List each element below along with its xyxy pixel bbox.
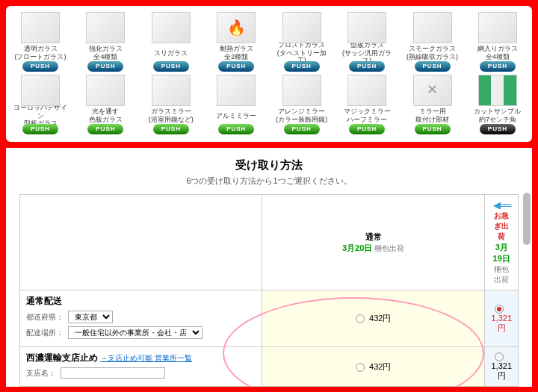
product-thumb (86, 75, 125, 106)
section-subtitle: 6つの受け取り方法から1つご選択ください。 (19, 175, 519, 187)
product-label: アレンジミラー(カラー装飾用鏡) (273, 108, 330, 124)
product-cell[interactable]: 強化ガラス全4種類PUSH (77, 12, 134, 72)
product-cell[interactable]: アレンジミラー(カラー装飾用鏡)PUSH (273, 75, 330, 134)
col-normal-header: 通常 3月20日 梱包出荷 (262, 195, 485, 290)
product-label: 型板ガラス(サッシ汎用ガラス) (338, 45, 395, 61)
col-express-header: ◀══お急ぎ出荷 3月19日 梱包出荷 (485, 195, 519, 290)
product-thumb (217, 12, 256, 43)
product-thumb (413, 12, 452, 43)
push-button[interactable]: PUSH (87, 124, 123, 134)
branch-list-link[interactable]: →支店止め可能 営業所一覧 (100, 354, 192, 362)
product-cell[interactable]: カットサンプル約7センチ角PUSH (469, 75, 526, 134)
product-thumb (86, 12, 125, 43)
push-button[interactable]: PUSH (480, 124, 516, 134)
product-thumb (413, 75, 452, 106)
product-cell[interactable]: ミラー用取付け部材PUSH (404, 75, 461, 134)
product-cell[interactable]: スリガラスPUSH (143, 12, 200, 72)
product-label: ヨーロッパデザイン型板ガラス (12, 108, 69, 124)
product-label: 透明ガラス(フロートガラス) (12, 45, 69, 61)
seino-price-express[interactable]: 1,321円 (485, 347, 519, 387)
product-cell[interactable]: マジックミラーハーフミラーPUSH (338, 75, 395, 134)
seino-price-normal[interactable]: 432円 (262, 347, 485, 387)
branch-input[interactable] (61, 367, 165, 379)
product-cell[interactable]: スモークガラス(熱線吸収ガラス)PUSH (404, 12, 461, 72)
product-thumb (478, 12, 517, 43)
delivery-table: 通常 3月20日 梱包出荷 ◀══お急ぎ出荷 3月19日 梱包出荷 通常配送 都… (19, 194, 519, 387)
product-cell[interactable]: 網入りガラス全4種類PUSH (469, 12, 526, 72)
push-button[interactable]: PUSH (153, 124, 189, 134)
product-label: マジックミラーハーフミラー (338, 108, 395, 124)
product-label: ガラスミラー(浴室用鏡など) (143, 108, 200, 124)
product-cell[interactable]: 耐熱ガラス全2種類PUSH (208, 12, 265, 72)
product-thumb (282, 12, 321, 43)
product-cell[interactable]: ガラスミラー(浴室用鏡など)PUSH (143, 75, 200, 134)
product-cell[interactable]: ヨーロッパデザイン型板ガラスPUSH (12, 75, 69, 134)
product-thumb (21, 12, 60, 43)
product-label: スリガラス (143, 45, 200, 61)
push-button[interactable]: PUSH (284, 124, 320, 134)
product-thumb (21, 75, 60, 106)
product-thumb (217, 75, 256, 106)
pref-select[interactable]: 東京都 (68, 311, 113, 323)
product-cell[interactable]: 光を通す色板ガラスPUSH (77, 75, 134, 134)
push-button[interactable]: PUSH (22, 124, 58, 134)
product-label: 耐熱ガラス全2種類 (208, 45, 265, 61)
product-thumb (152, 12, 191, 43)
row-normal-delivery: 通常配送 都道府県： 東京都 配達場所： 一般住宅以外の事業所・会社・店舗など … (20, 290, 519, 347)
normal-delivery-price-express[interactable]: 1,321円 (485, 290, 519, 347)
product-grid: 透明ガラス(フロートガラス)PUSH強化ガラス全4種類PUSHスリガラスPUSH… (6, 6, 532, 142)
product-label: スモークガラス(熱線吸収ガラス) (404, 45, 461, 61)
push-button[interactable]: PUSH (218, 124, 254, 134)
push-button[interactable]: PUSH (153, 61, 189, 72)
product-cell[interactable]: 透明ガラス(フロートガラス)PUSH (12, 12, 69, 72)
row-seino: 西濃運輸支店止め →支店止め可能 営業所一覧 支店名： 432円 1,321円 (20, 347, 519, 387)
product-label: ミラー用取付け部材 (404, 108, 461, 124)
product-thumb (347, 12, 386, 43)
push-button[interactable]: PUSH (415, 61, 451, 72)
product-label: フロストガラス(タペストリー加工) (273, 45, 330, 61)
push-button[interactable]: PUSH (480, 61, 516, 72)
scrollbar[interactable] (523, 193, 531, 245)
product-cell[interactable]: アルミミラーPUSH (208, 75, 265, 134)
product-thumb (347, 75, 386, 106)
section-title: 受け取り方法 (19, 158, 519, 172)
product-label: 網入りガラス全4種類 (469, 45, 526, 61)
product-label: 強化ガラス全4種類 (77, 45, 134, 61)
push-button[interactable]: PUSH (22, 61, 58, 72)
push-button[interactable]: PUSH (218, 61, 254, 72)
arrow-icon: ◀══ (493, 199, 510, 211)
push-button[interactable]: PUSH (87, 61, 123, 72)
product-label: 光を通す色板ガラス (77, 108, 134, 124)
product-label: アルミミラー (208, 108, 265, 124)
product-cell[interactable]: フロストガラス(タペストリー加工)PUSH (273, 12, 330, 72)
push-button[interactable]: PUSH (284, 61, 320, 72)
product-thumb (152, 75, 191, 106)
product-label: カットサンプル約7センチ角 (469, 108, 526, 124)
product-thumb (282, 75, 321, 106)
product-cell[interactable]: 型板ガラス(サッシ汎用ガラス)PUSH (338, 12, 395, 72)
product-thumb (478, 75, 517, 106)
push-button[interactable]: PUSH (349, 61, 385, 72)
delivery-panel: 受け取り方法 6つの受け取り方法から1つご選択ください。 通常 3月20日 梱包… (6, 148, 532, 387)
place-select[interactable]: 一般住宅以外の事業所・会社・店舗など (68, 326, 202, 339)
push-button[interactable]: PUSH (415, 124, 451, 134)
push-button[interactable]: PUSH (349, 124, 385, 134)
normal-delivery-price-normal[interactable]: 432円 (262, 290, 485, 347)
